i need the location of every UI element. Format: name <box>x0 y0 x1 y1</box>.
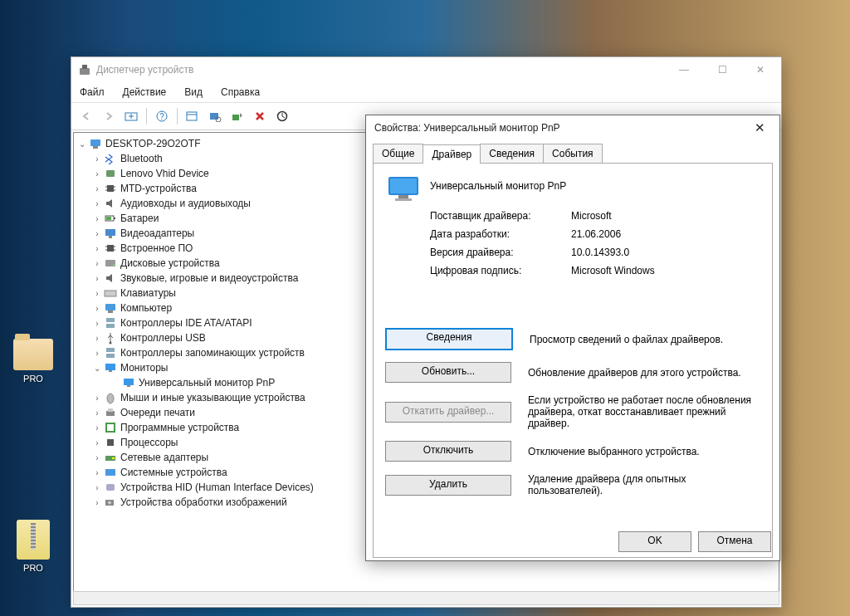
device-category-icon <box>104 212 117 225</box>
device-category-icon <box>104 421 117 434</box>
device-category-icon <box>104 391 117 404</box>
expand-icon[interactable]: › <box>92 288 102 298</box>
help-button[interactable]: ? <box>152 106 172 126</box>
device-category-icon <box>104 152 117 165</box>
device-category-icon <box>104 481 117 494</box>
menubar: Файл Действие Вид Справка <box>71 82 781 103</box>
expand-icon[interactable]: › <box>92 348 102 358</box>
tree-node-label: Мыши и иные указывающие устройства <box>120 392 305 403</box>
update-driver-button[interactable] <box>227 106 247 126</box>
forward-button <box>99 106 119 126</box>
svg-rect-12 <box>93 146 98 149</box>
svg-rect-11 <box>90 139 100 146</box>
dialog-titlebar[interactable]: Свойства: Универсальный монитор PnP ✕ <box>366 115 779 140</box>
expand-icon[interactable]: › <box>92 228 102 238</box>
properties-button[interactable] <box>183 106 203 126</box>
minimize-button[interactable]: — <box>665 57 703 82</box>
svg-rect-46 <box>106 423 115 432</box>
device-category-icon <box>104 286 117 300</box>
svg-point-43 <box>107 394 114 403</box>
update-driver-button[interactable]: Обновить... <box>385 362 511 383</box>
uninstall-button[interactable] <box>250 106 270 126</box>
expand-icon[interactable]: › <box>92 258 102 268</box>
driver-details-button[interactable]: Сведения <box>385 328 513 350</box>
rollback-driver-desc: Если устройство не работает после обновл… <box>528 394 760 429</box>
expand-icon[interactable]: › <box>92 318 102 328</box>
svg-rect-41 <box>124 379 134 385</box>
properties-dialog: Свойства: Универсальный монитор PnP ✕ Об… <box>365 115 780 561</box>
expand-icon[interactable]: › <box>92 393 102 403</box>
menu-view[interactable]: Вид <box>181 84 206 100</box>
device-category-icon <box>104 197 117 210</box>
menu-file[interactable]: Файл <box>76 84 108 100</box>
cancel-button[interactable]: Отмена <box>698 531 771 552</box>
expand-icon[interactable]: › <box>92 303 102 313</box>
monitor-icon <box>122 376 135 389</box>
device-category-icon <box>104 167 117 180</box>
disable-button[interactable] <box>272 106 292 126</box>
menu-action[interactable]: Действие <box>120 84 170 100</box>
svg-rect-9 <box>232 115 239 120</box>
expand-icon[interactable]: › <box>92 183 102 193</box>
svg-rect-40 <box>109 370 112 372</box>
scan-button[interactable] <box>205 106 225 126</box>
horizontal-scrollbar[interactable] <box>73 591 779 605</box>
svg-rect-20 <box>114 218 115 219</box>
expand-icon[interactable]: › <box>92 408 102 418</box>
svg-text:?: ? <box>159 112 164 121</box>
tree-root-label: DESKTOP-29O2OTF <box>105 138 200 149</box>
titlebar[interactable]: Диспетчер устройств — ☐ ✕ <box>71 57 781 82</box>
svg-rect-1 <box>82 65 87 69</box>
expand-icon[interactable]: › <box>92 497 102 507</box>
device-category-icon <box>104 466 117 479</box>
expand-icon[interactable]: › <box>92 213 102 223</box>
device-category-icon <box>104 361 117 374</box>
disable-device-button[interactable]: Отключить <box>385 441 511 462</box>
svg-rect-42 <box>127 385 130 387</box>
svg-rect-47 <box>107 439 114 446</box>
expand-icon[interactable]: › <box>92 467 102 477</box>
tab-driver[interactable]: Драйвер <box>423 144 481 164</box>
expand-icon[interactable]: › <box>92 333 102 343</box>
svg-rect-38 <box>106 354 115 358</box>
tab-strip: Общие Драйвер Сведения События <box>373 144 773 163</box>
tree-leaf-label: Универсальный монитор PnP <box>139 377 275 389</box>
tab-details[interactable]: Сведения <box>480 144 544 163</box>
tree-node-label: Батареи <box>120 213 159 224</box>
close-button[interactable]: ✕ <box>741 57 779 82</box>
menu-help[interactable]: Справка <box>217 84 263 100</box>
uninstall-driver-button[interactable]: Удалить <box>385 475 511 496</box>
device-category-icon <box>104 451 117 464</box>
window-title: Диспетчер устройств <box>96 64 665 76</box>
expand-icon[interactable]: › <box>92 243 102 253</box>
tree-node-label: Сетевые адаптеры <box>120 452 208 463</box>
expand-icon[interactable]: › <box>92 273 102 283</box>
maximize-button[interactable]: ☐ <box>703 57 741 82</box>
desktop-zip-pro[interactable]: PRO <box>8 520 58 573</box>
date-label: Дата разработки: <box>430 228 571 240</box>
expand-icon[interactable]: › <box>92 482 102 492</box>
device-category-icon <box>104 316 117 330</box>
uninstall-driver-desc: Удаление драйвера (для опытных пользоват… <box>528 473 760 496</box>
expand-icon[interactable]: › <box>92 452 102 462</box>
device-category-icon <box>104 227 117 240</box>
expand-icon[interactable]: › <box>92 169 102 178</box>
expand-icon[interactable]: › <box>92 154 102 164</box>
collapse-icon[interactable]: ⌄ <box>77 139 87 149</box>
driver-details-desc: Просмотр сведений о файлах драйверов. <box>530 334 723 345</box>
expand-icon[interactable]: › <box>92 423 102 433</box>
expand-icon[interactable]: › <box>92 198 102 208</box>
device-category-icon <box>104 301 117 315</box>
ok-button[interactable]: OK <box>618 531 691 552</box>
date-value: 21.06.2006 <box>571 228 621 240</box>
svg-point-30 <box>113 264 115 266</box>
tab-general[interactable]: Общие <box>373 144 423 163</box>
desktop-folder-pro[interactable]: PRO <box>8 339 58 384</box>
collapse-icon[interactable]: ⌄ <box>92 363 102 373</box>
close-button[interactable]: ✕ <box>743 116 776 139</box>
expand-icon[interactable]: › <box>92 438 102 447</box>
tab-events[interactable]: События <box>543 144 603 163</box>
up-button[interactable] <box>121 106 141 126</box>
disable-device-desc: Отключение выбранного устройства. <box>528 446 700 457</box>
provider-label: Поставщик драйвера: <box>430 210 571 222</box>
